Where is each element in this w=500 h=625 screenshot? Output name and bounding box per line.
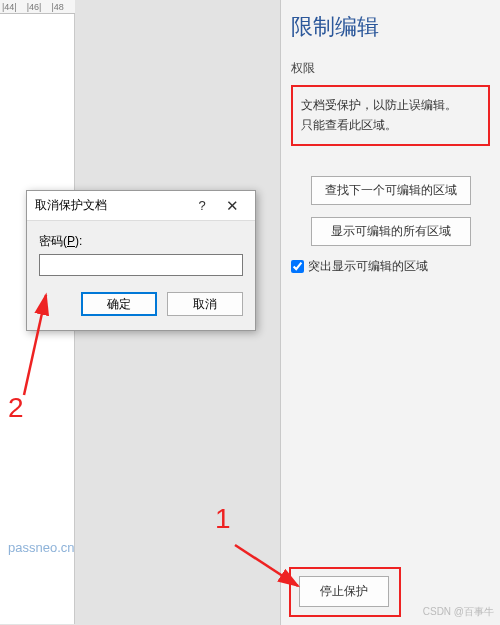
dialog-body: 密码(P): 确定 取消	[27, 221, 255, 330]
protection-info-box: 文档受保护，以防止误编辑。 只能查看此区域。	[291, 85, 490, 146]
panel-title: 限制编辑	[291, 12, 490, 42]
stop-protection-button[interactable]: 停止保护	[299, 576, 389, 607]
highlight-regions-label: 突出显示可编辑的区域	[308, 258, 428, 275]
show-all-regions-button[interactable]: 显示可编辑的所有区域	[311, 217, 471, 246]
password-label: 密码(P):	[39, 233, 243, 250]
csdn-attribution: CSDN @百事牛	[423, 605, 494, 619]
label-text: 密码(	[39, 234, 67, 248]
ruler-mark: |46|	[27, 2, 42, 12]
restrict-editing-panel: 限制编辑 权限 文档受保护，以防止误编辑。 只能查看此区域。 查找下一个可编辑的…	[280, 0, 500, 625]
unprotect-dialog: 取消保护文档 ? ✕ 密码(P): 确定 取消	[26, 190, 256, 331]
stop-protection-wrap: 停止保护	[299, 576, 389, 607]
highlight-regions-checkbox-row[interactable]: 突出显示可编辑的区域	[291, 258, 490, 275]
cancel-button[interactable]: 取消	[167, 292, 243, 316]
help-icon[interactable]: ?	[187, 198, 217, 213]
ruler: |44| |46| |48	[0, 0, 75, 14]
close-icon[interactable]: ✕	[217, 197, 247, 215]
find-next-region-button[interactable]: 查找下一个可编辑的区域	[311, 176, 471, 205]
dialog-titlebar: 取消保护文档 ? ✕	[27, 191, 255, 221]
label-accelerator: P	[67, 234, 75, 248]
dialog-title: 取消保护文档	[35, 197, 187, 214]
annotation-number-2: 2	[8, 392, 24, 424]
ruler-mark: |44|	[2, 2, 17, 12]
label-text: ):	[75, 234, 82, 248]
info-line: 文档受保护，以防止误编辑。	[301, 95, 480, 115]
dialog-button-row: 确定 取消	[39, 292, 243, 316]
ruler-mark: |48	[51, 2, 63, 12]
panel-subheading: 权限	[291, 60, 490, 77]
password-input[interactable]	[39, 254, 243, 276]
screenshot-root: |44| |46| |48 限制编辑 权限 文档受保护，以防止误编辑。 只能查看…	[0, 0, 500, 625]
watermark-text: passneo.cn	[8, 540, 75, 555]
ok-button[interactable]: 确定	[81, 292, 157, 316]
highlight-regions-checkbox[interactable]	[291, 260, 304, 273]
annotation-number-1: 1	[215, 503, 231, 535]
info-line: 只能查看此区域。	[301, 115, 480, 135]
